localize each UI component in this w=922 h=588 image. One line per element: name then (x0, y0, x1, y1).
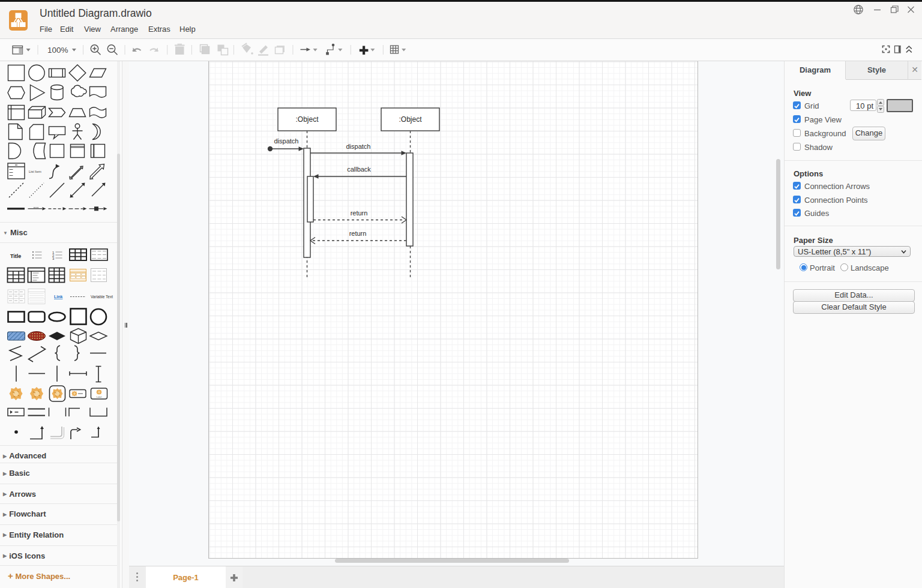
svg-text:List Item: List Item (29, 170, 41, 173)
svg-text:Title: Title (10, 253, 21, 259)
svg-text::Object: :Object (295, 115, 319, 124)
svg-text:return: return (349, 230, 367, 237)
svg-text:dispatch: dispatch (346, 143, 371, 150)
svg-text::Object: :Object (399, 115, 422, 124)
svg-text:callback: callback (347, 166, 371, 173)
svg-text:100%: 100% (47, 46, 68, 55)
svg-text:Link: Link (54, 295, 62, 299)
svg-text:return: return (351, 209, 368, 217)
svg-text:dispatch: dispatch (274, 137, 299, 145)
svg-text:Variable Text: Variable Text (91, 295, 113, 299)
svg-text:3: 3 (52, 257, 55, 260)
svg-text:Label: Label (97, 396, 102, 398)
